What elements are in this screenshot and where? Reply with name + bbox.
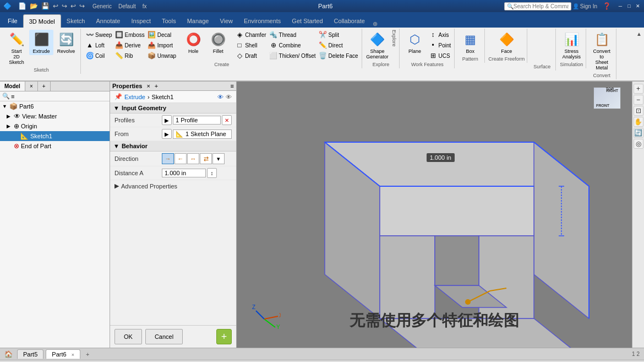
advanced-properties-section[interactable]: ▶ Advanced Properties xyxy=(110,180,236,192)
box-btn[interactable]: ▦ Box xyxy=(458,30,482,55)
viewport[interactable]: 1.000 in RIGHT FRONT TOP Y X xyxy=(237,82,632,348)
tree-item-origin[interactable]: ▶ ⊕ Origin xyxy=(0,121,110,131)
axis-btn[interactable]: ↕ Axis xyxy=(428,30,452,40)
distance-a-input[interactable] xyxy=(162,169,206,177)
pan-btn[interactable]: ✋ xyxy=(634,117,643,127)
hole-btn[interactable]: ⭕ Hole xyxy=(181,30,205,55)
start-2d-sketch-btn[interactable]: ✏️ Start2D Sketch xyxy=(4,30,29,66)
look-at-btn[interactable]: ◎ xyxy=(634,139,643,149)
sweep-btn[interactable]: 〰️ Sweep xyxy=(84,30,113,40)
tab-sketch[interactable]: Sketch xyxy=(61,14,91,28)
prop-menu-btn[interactable]: ≡ xyxy=(231,83,234,89)
orbit-btn[interactable]: 🔄 xyxy=(634,128,643,138)
search-input[interactable] xyxy=(514,3,569,9)
tab-file[interactable]: File xyxy=(2,14,23,28)
rib-btn[interactable]: 📏 Rib xyxy=(114,51,146,61)
tree-item-sketch1[interactable]: 📐 Sketch1 xyxy=(0,131,110,141)
redo2-btn[interactable]: ↪ xyxy=(78,2,86,10)
ucs-btn[interactable]: ⊞ UCS xyxy=(428,51,452,61)
coil-btn[interactable]: 🌀 Coil xyxy=(84,51,113,61)
minimize-btn[interactable]: ─ xyxy=(616,2,624,10)
tab-getstarted[interactable]: Get Started xyxy=(286,14,328,28)
search-bar[interactable]: 🔍 xyxy=(504,2,571,10)
prop-plus-btn[interactable]: + xyxy=(155,83,158,89)
split-btn[interactable]: ✂️ Split xyxy=(318,30,359,40)
tab-annotate[interactable]: Annotate xyxy=(90,14,125,28)
add-button[interactable]: + xyxy=(216,329,232,344)
ribbon-collapse-btn[interactable]: ▲ xyxy=(636,31,642,37)
tree-item-end-of-part[interactable]: ⊗ End of Part xyxy=(0,141,110,151)
breadcrumb-extrude-link[interactable]: Extrude xyxy=(124,94,145,100)
help-btn[interactable]: ❓ xyxy=(603,2,611,10)
chamfer-btn[interactable]: ◈ Chamfer xyxy=(234,30,267,40)
tree-menu-icon[interactable]: ≡ xyxy=(11,93,14,100)
nav-cube[interactable]: RIGHT FRONT TOP xyxy=(588,87,626,120)
redo-btn[interactable]: ↪ xyxy=(61,2,68,10)
behavior-header[interactable]: ▼ Behavior xyxy=(110,141,236,152)
tree-search-icon[interactable]: 🔍 xyxy=(2,93,10,100)
tab-close[interactable]: × xyxy=(25,82,38,91)
explore-label[interactable]: Explore xyxy=(391,30,397,47)
stress-analysis-btn[interactable]: 📊 StressAnalysis xyxy=(559,30,583,61)
unwrap-btn[interactable]: 📦 Unwrap xyxy=(146,51,177,61)
convert-sheet-metal-btn[interactable]: 📋 Convert toSheet Metal xyxy=(590,30,614,72)
dir-btn-3[interactable]: ↔ xyxy=(187,153,199,164)
part6-close-icon[interactable]: × xyxy=(72,352,74,358)
cancel-button[interactable]: Cancel xyxy=(145,329,183,344)
input-geometry-header[interactable]: ▼ Input Geometry xyxy=(110,103,236,114)
profiles-select-btn[interactable]: ▶ xyxy=(162,115,172,125)
from-select-btn[interactable]: ▶ xyxy=(162,129,172,139)
restore-btn[interactable]: □ xyxy=(625,2,633,10)
new-btn[interactable]: 📄 xyxy=(17,2,28,10)
home-icon[interactable]: 🏠 xyxy=(4,350,13,358)
zoom-fit-btn[interactable]: ⊡ xyxy=(634,106,643,116)
zoom-out-btn[interactable]: − xyxy=(634,95,643,105)
face-btn[interactable]: 🔶 Face xyxy=(494,30,519,55)
direct-btn[interactable]: ✏️ Direct xyxy=(318,40,359,50)
point-btn[interactable]: • Point xyxy=(428,40,452,50)
emboss-btn[interactable]: 🔲 Emboss xyxy=(114,30,146,40)
shape-generator-btn[interactable]: 🔷 ShapeGenerator xyxy=(365,30,390,61)
ok-button[interactable]: OK xyxy=(114,329,142,344)
more-tabs-btn[interactable]: ⊕ xyxy=(373,20,378,28)
undo-btn[interactable]: ↩ xyxy=(52,2,59,10)
thicken-btn[interactable]: ⬜ Thicken/ Offset xyxy=(268,51,317,61)
decal-btn[interactable]: 🖼️ Decal xyxy=(146,30,177,40)
dir-btn-2[interactable]: ← xyxy=(174,153,187,164)
import-btn[interactable]: 📤 Import xyxy=(146,40,177,50)
dir-btn-4[interactable]: ⇄ xyxy=(200,153,212,164)
loft-btn[interactable]: ▲ Loft xyxy=(84,40,113,50)
extrude-btn[interactable]: ⬛ Extrude xyxy=(29,30,53,55)
sign-in-button[interactable]: 👤 Sign In xyxy=(572,3,597,9)
breadcrumb-eye2-icon[interactable]: 👁 xyxy=(226,94,232,100)
tree-item-view-master[interactable]: ▶ 👁 View: Master xyxy=(0,111,110,121)
thread-btn[interactable]: 🔩 Thread xyxy=(268,30,317,40)
combine-btn[interactable]: ⊕ Combine xyxy=(268,40,317,50)
delete-face-btn[interactable]: 🗑️ Delete Face xyxy=(318,51,359,61)
prop-close-btn[interactable]: × xyxy=(146,83,150,89)
breadcrumb-eye-icon[interactable]: 👁 xyxy=(217,94,223,100)
dir-btn-1[interactable]: → xyxy=(162,153,174,164)
tree-item-part6[interactable]: ▼ 📦 Part6 xyxy=(0,101,110,111)
dir-btn-dropdown[interactable]: ▾ xyxy=(212,153,225,164)
from-value-display[interactable]: 📐 1 Sketch Plane xyxy=(173,129,232,139)
open-btn[interactable]: 📂 xyxy=(29,2,39,10)
zoom-in-btn[interactable]: + xyxy=(634,84,643,94)
profiles-value-display[interactable]: 1 Profile xyxy=(173,116,221,125)
tab-view[interactable]: View xyxy=(214,14,238,28)
plane-btn[interactable]: ⬡ Plane xyxy=(403,30,427,55)
undo2-btn[interactable]: ↩ xyxy=(69,2,77,10)
tab-3dmodel[interactable]: 3D Model xyxy=(23,14,61,28)
tab-part5[interactable]: Part5 xyxy=(17,349,43,359)
new-tab-btn[interactable]: + xyxy=(83,350,92,359)
revolve-btn[interactable]: 🔄 Revolve xyxy=(54,30,78,55)
profiles-clear-btn[interactable]: ✕ xyxy=(222,115,232,125)
tab-tools[interactable]: Tools xyxy=(156,14,182,28)
tab-collaborate[interactable]: Collaborate xyxy=(329,14,370,28)
save-btn[interactable]: 💾 xyxy=(40,2,51,10)
tab-part6[interactable]: Part6 × xyxy=(46,349,80,359)
tab-plus[interactable]: + xyxy=(38,82,51,91)
tab-environments[interactable]: Environments xyxy=(238,14,286,28)
tab-inspect[interactable]: Inspect xyxy=(126,14,156,28)
distance-a-icon-btn[interactable]: ↕ xyxy=(207,168,217,178)
